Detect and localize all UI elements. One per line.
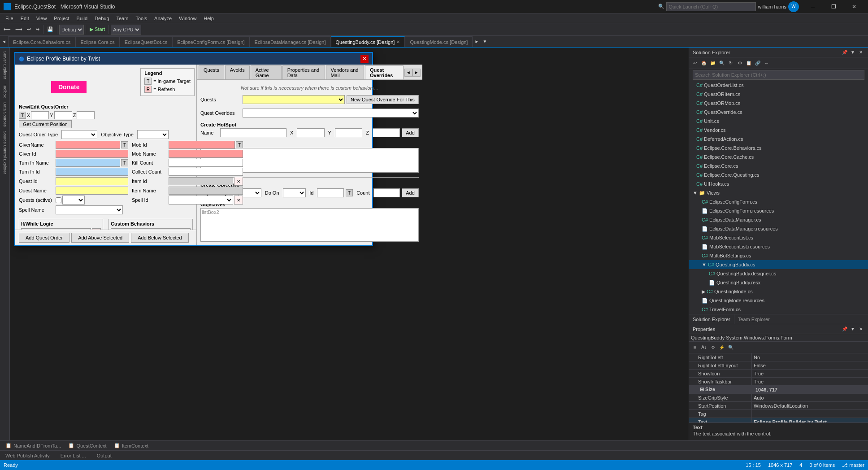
server-explorer-icon[interactable]: Server Explorer (3, 49, 7, 81)
t-btn-turn-in[interactable]: T (121, 159, 128, 166)
refresh-btn-item-id[interactable]: ✕ (234, 177, 243, 186)
t-button-pos[interactable]: T (19, 112, 26, 119)
tab-eclipse-questbot[interactable]: EclipseQuestBot.cs (120, 36, 172, 47)
tab-scroll-left[interactable]: ◄ (0, 36, 8, 47)
helper-scroll-right[interactable]: ► (412, 69, 421, 77)
quest-overrides-select[interactable] (243, 109, 419, 118)
solution-explorer-tab[interactable]: Solution Explorer (689, 314, 734, 324)
tab-questing-mode[interactable]: QuestingMode.cs [Design] (405, 36, 473, 47)
hotspot-y-input[interactable] (335, 128, 362, 137)
hotspot-z-input[interactable] (373, 128, 400, 137)
menu-project[interactable]: Project (50, 15, 73, 22)
objective-id-input[interactable] (317, 188, 344, 197)
hotspot-x-input[interactable] (297, 128, 324, 137)
restore-button[interactable]: ❐ (823, 0, 844, 13)
team-explorer-tab[interactable]: Team Explorer (734, 314, 773, 324)
add-above-selected-button[interactable]: Add Above Selected (71, 233, 129, 243)
tree-item-quest-or-item[interactable]: C# QuestORItem.cs (689, 90, 868, 99)
toolbox-icon[interactable]: Toolbox (3, 82, 7, 100)
add-below-selected-button[interactable]: Add Below Selected (131, 233, 188, 243)
tree-item-eclipse-core-behaviors[interactable]: C# Eclipse.Core.Behaviors.cs (689, 144, 868, 152)
y-input[interactable] (54, 111, 72, 119)
t-btn-mob-id[interactable]: T (236, 141, 243, 148)
bottom-tab-item-context[interactable]: 📋 ItemContext (112, 442, 150, 449)
collect-count-input[interactable] (169, 168, 243, 176)
quests-active-select[interactable] (62, 196, 85, 205)
toolbar-forward[interactable]: ⟶ (13, 25, 24, 35)
menu-tools[interactable]: Tools (132, 15, 151, 22)
bottom-tab-quest-context[interactable]: 📋 QuestContext (66, 442, 108, 449)
menu-build[interactable]: Build (73, 15, 91, 22)
new-quest-override-button[interactable]: New Quest Override For This (347, 95, 419, 104)
tree-item-questing-buddy-designer[interactable]: C# QuestingBuddy.designer.cs (689, 269, 868, 278)
prop-dropdown-button[interactable]: ▼ (849, 326, 856, 333)
tree-item-questing-buddy[interactable]: ▼ C# QuestingBuddy.cs (689, 260, 868, 269)
quest-name-input[interactable] (56, 187, 128, 195)
tree-item-quest-or-mob[interactable]: C# QuestORMob.cs (689, 99, 868, 108)
menu-analyze[interactable]: Analyze (151, 15, 175, 22)
quest-order-type-select[interactable] (61, 130, 97, 139)
panel-close-button[interactable]: ✕ (857, 49, 864, 56)
mob-name-input[interactable] (169, 150, 243, 158)
prop-val-rtl-layout[interactable]: False (752, 363, 868, 368)
tab-eclipse-config[interactable]: EclipseConfigForm.cs [Design] (172, 36, 249, 47)
tree-item-questing-buddy-resx[interactable]: 📄 QuestingBuddy.resx (689, 278, 868, 287)
tree-item-unit[interactable]: C# Unit.cs (689, 117, 868, 126)
quest-id-input[interactable] (56, 177, 128, 185)
sol-btn-4[interactable]: 🔍 (718, 59, 726, 67)
quests-select[interactable] (243, 95, 345, 104)
helper-scroll-left[interactable]: ◄ (404, 69, 412, 77)
hotspot-add-button[interactable]: Add (402, 128, 419, 137)
hotspot-name-input[interactable] (220, 128, 286, 137)
bottom-tab-name-and-id[interactable]: 📋 NameAndIDFromTa... (4, 442, 63, 449)
minimize-button[interactable]: ─ (803, 0, 823, 13)
tab-properties-data[interactable]: Properties and Data (282, 65, 325, 79)
kill-count-input[interactable] (169, 159, 243, 167)
item-name-input[interactable] (169, 187, 243, 195)
tree-item-mob-selection-list-res[interactable]: 📄 MobSelectionList.resources (689, 242, 868, 251)
refresh-btn-spell-id[interactable]: ✕ (234, 196, 243, 205)
sol-btn-9[interactable]: ← (763, 59, 771, 67)
objective-add-button[interactable]: Add (402, 188, 419, 197)
tab-active-game[interactable]: Active Game (251, 65, 282, 79)
t-btn-giver-name[interactable]: T (121, 141, 128, 148)
data-sources-icon[interactable]: Data Sources (3, 100, 7, 129)
tab-eclipse-data-manager[interactable]: EclipseDataManager.cs [Design] (250, 36, 331, 47)
tree-item-eclipse-config-form[interactable]: C# EclipseConfigForm.cs (689, 197, 868, 206)
menu-edit[interactable]: Edit (17, 15, 33, 22)
tree-item-eclipse-core[interactable]: C# Eclipse.Core.cs (689, 161, 868, 170)
prop-btn-alpha[interactable]: A↓ (700, 344, 708, 352)
tree-item-eclipse-data-manager[interactable]: C# EclipseDataManager.cs (689, 215, 868, 224)
start-button[interactable]: ▶ Start (88, 25, 107, 35)
sol-btn-5[interactable]: ↻ (727, 59, 735, 67)
spell-id-select[interactable] (169, 196, 233, 205)
tab-close-icon[interactable]: ✕ (396, 39, 400, 44)
prop-val-start-pos[interactable]: WindowsDefaultLocation (752, 403, 868, 409)
objective-type-select[interactable] (137, 130, 169, 139)
tab-quests[interactable]: Quests (199, 65, 224, 79)
tree-item-questing-mode-res[interactable]: 📄 QuestingMode.resources (689, 296, 868, 305)
prop-close-button[interactable]: ✕ (857, 326, 864, 333)
giver-name-input[interactable] (56, 141, 120, 149)
quick-launch-input[interactable] (666, 2, 756, 11)
prop-val-show-icon[interactable]: True (752, 371, 868, 376)
menu-window[interactable]: Window (175, 15, 200, 22)
prop-btn-search[interactable]: 🔍 (727, 344, 735, 352)
tree-item-questing-mode[interactable]: ▶ C# QuestingMode.cs (689, 287, 868, 296)
toolbar-back[interactable]: ⟵ (2, 25, 13, 35)
sol-btn-1[interactable]: ↩ (691, 59, 699, 67)
sol-btn-3[interactable]: 📁 (709, 59, 717, 67)
donate-button[interactable]: Donate (51, 81, 87, 93)
tree-item-eclipse-core-cache[interactable]: C# Eclipse.Core.Cache.cs (689, 152, 868, 161)
quests-active-checkbox[interactable] (56, 197, 61, 203)
toolbar-save[interactable]: 💾 (45, 25, 55, 35)
menu-file[interactable]: File (2, 15, 17, 22)
sol-btn-8[interactable]: 🔗 (754, 59, 762, 67)
prop-pin-button[interactable]: 📌 (841, 326, 848, 333)
sol-btn-2[interactable]: 🏠 (700, 59, 708, 67)
tab-scroll-right[interactable]: ► (473, 36, 481, 47)
z-input[interactable] (77, 111, 95, 119)
tree-item-deferred-action[interactable]: C# DeferredAction.cs (689, 135, 868, 144)
mob-id-input[interactable] (169, 141, 235, 149)
solution-search-input[interactable] (693, 70, 864, 80)
